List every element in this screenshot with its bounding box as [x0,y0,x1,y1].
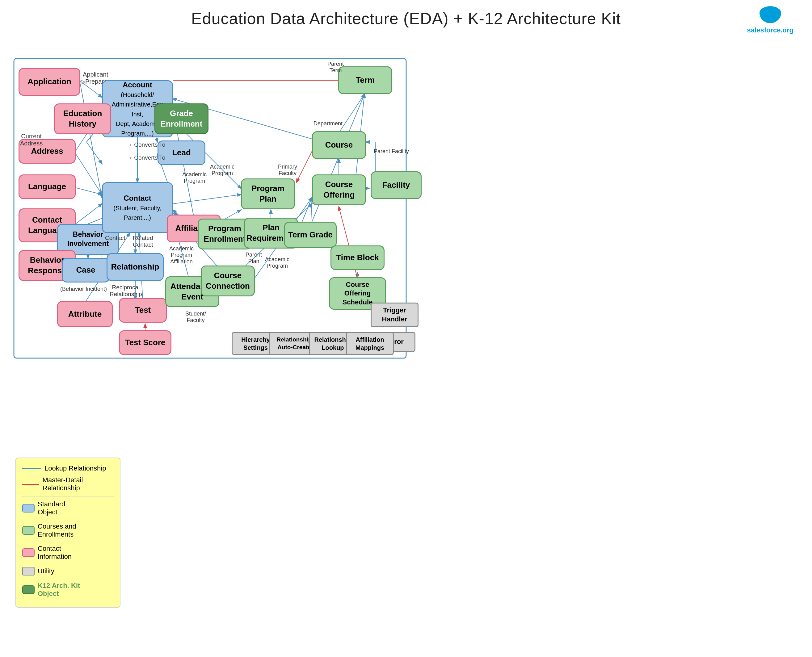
node-address: Address [19,139,76,163]
svg-line-33 [339,94,365,133]
page-title: Education Data Architecture (EDA) + K-12… [0,0,812,28]
svg-line-31 [310,94,365,226]
node-program-plan: ProgramPlan [241,179,295,209]
svg-line-10 [76,188,102,195]
node-lead: Lead [157,140,206,165]
node-facility: Facility [371,171,422,199]
node-course-connection: CourseConnection [201,266,255,296]
node-course-offering: CourseOffering [312,174,366,205]
legend-k12-label: K12 Arch. KitObject [38,582,80,598]
svg-line-26 [224,210,241,219]
legend-standard-label: StandardObject [38,500,65,516]
node-contact: Contact(Student, Faculty,Parent,...) [102,182,173,233]
legend-contact-info-label: ContactInformation [38,545,72,560]
svg-line-2 [80,84,102,198]
legend-utility-label: Utility [38,567,55,575]
salesforce-logo: salesforce.org [747,6,793,34]
svg-line-47 [173,195,241,204]
node-time-block: Time Block [330,246,385,270]
node-language: Language [19,174,76,199]
node-application: Application [19,68,80,96]
node-trigger-handler: TriggerHandler [371,302,419,327]
svg-line-11 [76,204,102,224]
legend-master-label: Master-Detail Relationship [43,476,114,492]
svg-line-9 [76,154,102,195]
node-relationship: Relationship [106,253,164,281]
svg-line-7 [86,142,102,163]
node-program-enrollment: ProgramEnrollment [198,219,252,249]
diagram-area: Application Applicant ▷Preparer Account(… [0,31,812,657]
legend-lookup-label: Lookup Relationship [44,464,106,472]
node-test: Test [119,298,167,322]
node-test-score: Test Score [119,330,171,355]
node-affiliation-mappings: AffiliationMappings [346,332,394,355]
node-attribute: Attribute [57,301,113,327]
svg-line-48 [296,151,312,182]
legend: Lookup Relationship Master-Detail Relati… [16,458,120,607]
node-term: Term [338,66,392,94]
svg-line-1 [80,81,102,97]
legend-courses-label: Courses andEnrollments [38,522,76,539]
node-course: Course [312,131,366,159]
node-education-history: EducationHistory [54,103,111,134]
node-term-grade: Term Grade [284,222,337,248]
node-case: Case [62,258,110,282]
node-grade-enrollment: GradeEnrollment [154,103,209,134]
